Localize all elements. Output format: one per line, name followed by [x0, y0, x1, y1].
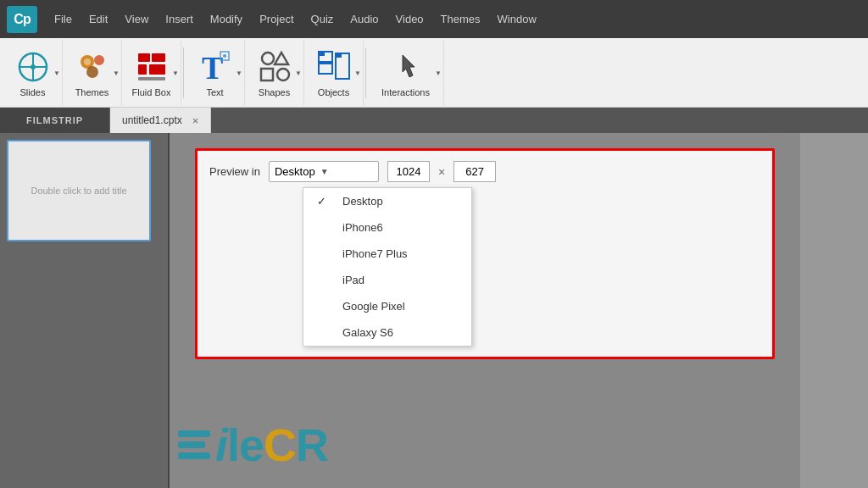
svg-rect-21	[319, 64, 332, 74]
fluidbox-label: Fluid Box	[132, 87, 171, 97]
dropdown-item-galaxys6-label: Galaxy S6	[342, 326, 393, 339]
menu-audio[interactable]: Audio	[342, 8, 387, 30]
preview-top-row: Preview in Desktop ▼ 1024 × 627	[209, 161, 760, 182]
objects-label: Objects	[318, 87, 349, 97]
text-dropdown-arrow[interactable]: ▼	[236, 69, 242, 76]
svg-point-19	[277, 69, 289, 80]
watermark-line-1	[178, 430, 210, 437]
shapes-icon	[256, 48, 293, 86]
dropdown-item-desktop[interactable]: Desktop	[303, 188, 471, 214]
themes-label: Themes	[75, 87, 109, 97]
dropdown-item-googlepixel-label: Google Pixel	[342, 300, 405, 313]
watermark-text: ileCR	[215, 419, 328, 471]
watermark-line-3	[178, 452, 210, 459]
fluidbox-icon	[133, 48, 170, 86]
device-dropdown-menu: Desktop iPhone6 iPhone7 Plus iPad Google…	[303, 187, 472, 347]
dropdown-item-desktop-label: Desktop	[342, 195, 383, 208]
svg-rect-12	[138, 77, 165, 80]
text-icon: T	[197, 48, 234, 86]
objects-icon	[315, 48, 353, 86]
dropdown-item-iphone7plus[interactable]: iPhone7 Plus	[303, 241, 471, 267]
slides-label: Slides	[20, 87, 46, 97]
watermark: ileCR	[178, 419, 328, 471]
preview-height-input[interactable]: 627	[453, 161, 496, 182]
preview-toolbar: Preview in Desktop ▼ 1024 × 627 Desktop …	[195, 148, 775, 359]
menu-file[interactable]: File	[46, 8, 81, 30]
themes-icon	[74, 48, 111, 86]
toolbar-text[interactable]: T ▼ Text	[186, 40, 245, 106]
shapes-label: Shapes	[259, 87, 290, 97]
menubar: Cp File Edit View Insert Modify Project …	[0, 0, 868, 38]
slides-dropdown-arrow[interactable]: ▼	[53, 69, 60, 76]
toolbar-shapes[interactable]: ▼ Shapes	[245, 40, 304, 106]
dropdown-item-ipad[interactable]: iPad	[303, 267, 471, 293]
filmstrip-label: FILMSTRIP	[26, 115, 83, 125]
svg-point-5	[94, 55, 104, 65]
svg-rect-24	[336, 53, 342, 58]
dropdown-item-galaxys6[interactable]: Galaxy S6	[303, 319, 471, 346]
preview-label: Preview in	[209, 165, 260, 178]
interactions-icon	[387, 48, 425, 86]
themes-dropdown-arrow[interactable]: ▼	[113, 69, 120, 76]
doc-tab-name: untitled1.cptx	[122, 114, 182, 126]
svg-rect-10	[138, 64, 147, 75]
close-tab-button[interactable]: ×	[192, 114, 199, 127]
svg-point-3	[31, 64, 36, 69]
svg-marker-17	[275, 53, 288, 64]
right-panel	[800, 133, 868, 488]
menu-window[interactable]: Window	[489, 8, 545, 30]
shapes-dropdown-arrow[interactable]: ▼	[295, 69, 302, 76]
toolbar-themes[interactable]: ▼ Themes	[63, 40, 122, 106]
objects-dropdown-arrow[interactable]: ▼	[354, 69, 361, 76]
slide-placeholder-text: Double click to add title	[31, 186, 126, 196]
menu-edit[interactable]: Edit	[81, 8, 116, 30]
filmstrip-tab[interactable]: FILMSTRIP	[0, 108, 110, 133]
content-area: Preview in Desktop ▼ 1024 × 627 Desktop …	[170, 133, 800, 488]
interactions-dropdown-arrow[interactable]: ▼	[435, 69, 442, 76]
select-dropdown-arrow: ▼	[320, 167, 329, 176]
tabbar: FILMSTRIP untitled1.cptx ×	[0, 108, 868, 133]
svg-rect-11	[149, 64, 165, 75]
toolbar-slides[interactable]: ▼ Slides	[3, 40, 63, 106]
filmstrip-panel: Double click to add title	[0, 133, 170, 488]
dimension-separator: ×	[438, 165, 445, 179]
document-tab[interactable]: untitled1.cptx ×	[110, 108, 211, 133]
watermark-lines-icon	[178, 430, 210, 459]
svg-rect-8	[138, 53, 150, 62]
dropdown-item-iphone6[interactable]: iPhone6	[303, 214, 471, 241]
dropdown-item-iphone7plus-label: iPhone7 Plus	[342, 247, 408, 260]
preview-device-select[interactable]: Desktop ▼	[269, 161, 379, 182]
dropdown-item-googlepixel[interactable]: Google Pixel	[303, 293, 471, 319]
svg-rect-18	[261, 69, 273, 80]
toolbar-objects[interactable]: ▼ Objects	[304, 40, 364, 106]
svg-rect-9	[152, 53, 165, 62]
menu-themes[interactable]: Themes	[432, 8, 489, 30]
preview-width-input[interactable]: 1024	[387, 161, 430, 182]
svg-rect-23	[319, 52, 325, 56]
toolbar-interactions[interactable]: ▼ Interactions	[368, 40, 444, 106]
svg-point-15	[223, 54, 226, 58]
menu-insert[interactable]: Insert	[157, 8, 202, 30]
main-area: Double click to add title Preview in Des…	[0, 133, 868, 488]
menu-view[interactable]: View	[116, 8, 157, 30]
watermark-line-2	[178, 441, 205, 448]
svg-point-16	[262, 53, 274, 64]
app-logo: Cp	[7, 6, 37, 33]
preview-selected-device: Desktop	[275, 165, 315, 178]
text-label: Text	[206, 87, 223, 97]
slides-icon	[14, 48, 52, 86]
toolbar: ▼ Slides ▼ Themes ▼ Fluid Box	[0, 38, 868, 108]
svg-point-7	[84, 58, 91, 65]
fluidbox-dropdown-arrow[interactable]: ▼	[172, 69, 179, 76]
dropdown-item-ipad-label: iPad	[342, 274, 364, 286]
slide-thumbnail[interactable]: Double click to add title	[7, 140, 151, 241]
toolbar-fluidbox[interactable]: ▼ Fluid Box	[122, 40, 181, 106]
menu-modify[interactable]: Modify	[202, 8, 251, 30]
menu-quiz[interactable]: Quiz	[303, 8, 342, 30]
svg-point-6	[86, 66, 98, 78]
dropdown-item-iphone6-label: iPhone6	[342, 221, 383, 234]
menu-project[interactable]: Project	[251, 8, 302, 30]
menu-video[interactable]: Video	[387, 8, 432, 30]
interactions-label: Interactions	[381, 87, 430, 97]
